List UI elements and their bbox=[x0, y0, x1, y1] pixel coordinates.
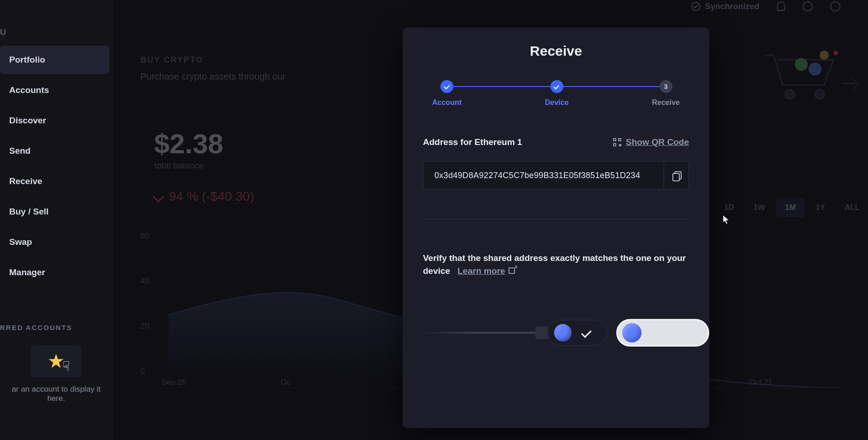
show-qr-link[interactable]: Show QR Code bbox=[613, 137, 689, 147]
step-number: 3 bbox=[660, 80, 672, 93]
starred-placeholder: ☟ bbox=[31, 345, 81, 377]
pointer-icon: ☟ bbox=[62, 359, 70, 374]
nav-item-buy-sell[interactable]: Buy / Sell bbox=[0, 197, 110, 226]
starred-heading: RRED ACCOUNTS bbox=[0, 324, 112, 331]
nav-item-manager[interactable]: Manager bbox=[0, 258, 110, 287]
step-device: Device bbox=[545, 80, 569, 107]
device-illustration bbox=[423, 317, 689, 349]
copy-icon bbox=[672, 171, 681, 179]
starred-msg: ar an account to display it here. bbox=[0, 385, 112, 403]
check-icon bbox=[550, 80, 563, 93]
cable-icon bbox=[423, 332, 547, 334]
nav-item-portfolio[interactable]: Portfolio bbox=[0, 46, 110, 74]
menu-heading: U bbox=[0, 28, 112, 37]
address-label: Address for Ethereum 1 bbox=[423, 137, 522, 147]
nav-item-receive[interactable]: Receive bbox=[0, 167, 110, 196]
nav-item-send[interactable]: Send bbox=[0, 137, 110, 165]
device-button-icon bbox=[622, 323, 642, 342]
check-icon bbox=[581, 328, 592, 338]
nav-list: Portfolio Accounts Discover Send Receive… bbox=[0, 46, 112, 287]
check-icon bbox=[440, 80, 453, 93]
receive-modal: Receive Account Device 3 Receive Address… bbox=[403, 28, 709, 428]
address-box: 0x3d49D8A92274C5C7be99B331E05f3851eB51D2… bbox=[423, 161, 689, 190]
nav-item-accounts[interactable]: Accounts bbox=[0, 76, 110, 104]
main-panel: BUY CRYPTO Purchase crypto assets throug… bbox=[113, 0, 868, 440]
ledger-device-light-icon bbox=[616, 319, 709, 347]
nav-item-swap[interactable]: Swap bbox=[0, 228, 110, 256]
copy-button[interactable] bbox=[664, 162, 689, 189]
nav-item-discover[interactable]: Discover bbox=[0, 106, 110, 135]
stepper: Account Device 3 Receive bbox=[423, 80, 689, 107]
mouse-cursor-icon bbox=[723, 214, 730, 225]
device-button-icon bbox=[554, 324, 572, 342]
address-value[interactable]: 0x3d49D8A92274C5C7be99B331E05f3851eB51D2… bbox=[423, 162, 664, 189]
qr-icon bbox=[613, 138, 621, 146]
ledger-device-icon bbox=[547, 320, 607, 346]
step-receive: 3 Receive bbox=[652, 80, 680, 107]
divider bbox=[423, 219, 689, 220]
sidebar: U Portfolio Accounts Discover Send Recei… bbox=[0, 0, 113, 440]
external-link-icon bbox=[509, 267, 515, 274]
learn-more-link[interactable]: Learn more bbox=[457, 265, 515, 278]
step-account: Account bbox=[432, 80, 462, 107]
verify-text: Verify that the shared address exactly m… bbox=[423, 252, 689, 277]
modal-title: Receive bbox=[423, 43, 689, 59]
